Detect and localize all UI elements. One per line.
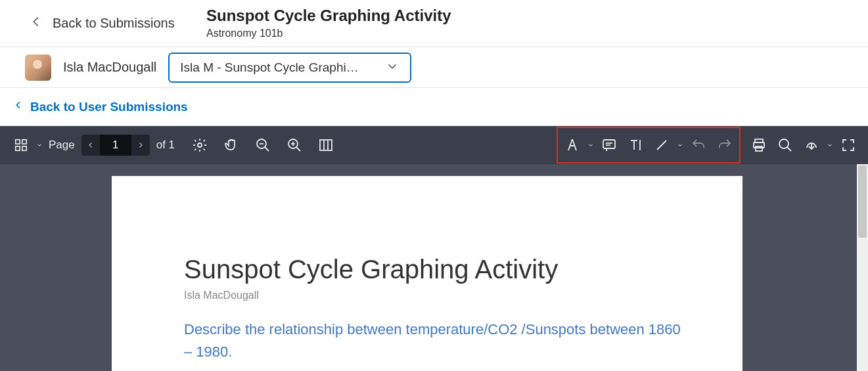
chevron-left-icon bbox=[29, 14, 43, 32]
user-name: Isla MacDougall bbox=[63, 60, 156, 75]
chevron-down-icon bbox=[385, 59, 400, 76]
document-page: Sunspot Cycle Graphing Activity Isla Mac… bbox=[112, 176, 742, 371]
grid-view-button[interactable] bbox=[8, 132, 34, 158]
annotation-tools-highlight bbox=[557, 127, 741, 164]
svg-point-25 bbox=[779, 139, 788, 148]
prev-page-button[interactable] bbox=[81, 135, 100, 156]
fullscreen-button[interactable] bbox=[835, 132, 861, 158]
page-nav bbox=[81, 135, 150, 156]
settings-button[interactable] bbox=[187, 132, 213, 158]
svg-rect-3 bbox=[22, 146, 26, 150]
svg-rect-15 bbox=[603, 140, 615, 148]
pdf-toolbar: Page of 1 bbox=[0, 126, 868, 164]
document-body: Describe the relationship between temper… bbox=[184, 318, 683, 363]
page-title: Sunspot Cycle Graphing Activity bbox=[206, 7, 868, 25]
svg-rect-1 bbox=[22, 140, 26, 144]
document-viewer[interactable]: Sunspot Cycle Graphing Activity Isla Mac… bbox=[0, 164, 868, 371]
next-page-button[interactable] bbox=[131, 135, 150, 156]
download-dropdown[interactable] bbox=[825, 142, 835, 148]
svg-rect-24 bbox=[756, 146, 762, 151]
back-to-submissions-link[interactable]: Back to Submissions bbox=[0, 0, 197, 47]
page-label: Page bbox=[49, 139, 75, 152]
comment-button[interactable] bbox=[596, 132, 622, 158]
submission-select[interactable]: Isla M - Sunspot Cycle Graphi… bbox=[168, 53, 411, 83]
svg-line-21 bbox=[657, 141, 666, 150]
page-of-label: of 1 bbox=[156, 139, 175, 152]
measure-button[interactable] bbox=[559, 132, 585, 158]
page-layout-button[interactable] bbox=[313, 132, 339, 158]
svg-rect-0 bbox=[16, 140, 20, 144]
back-label: Back to Submissions bbox=[53, 16, 175, 31]
zoom-in-button[interactable] bbox=[281, 132, 308, 158]
svg-point-4 bbox=[198, 143, 202, 147]
title-block: Sunspot Cycle Graphing Activity Astronom… bbox=[197, 0, 868, 39]
measure-dropdown[interactable] bbox=[585, 142, 596, 148]
undo-button[interactable] bbox=[685, 132, 712, 158]
line-annotation-button[interactable] bbox=[649, 132, 675, 158]
zoom-out-button[interactable] bbox=[250, 132, 276, 158]
pan-button[interactable] bbox=[218, 132, 244, 158]
search-button[interactable] bbox=[772, 132, 798, 158]
grid-view-dropdown[interactable] bbox=[34, 142, 45, 148]
svg-rect-12 bbox=[320, 140, 332, 150]
avatar bbox=[25, 55, 51, 81]
svg-rect-2 bbox=[16, 146, 20, 150]
svg-line-9 bbox=[296, 147, 300, 151]
svg-line-26 bbox=[787, 147, 791, 151]
line-annotation-dropdown[interactable] bbox=[675, 142, 685, 148]
text-annotation-button[interactable] bbox=[622, 132, 649, 158]
print-button[interactable] bbox=[746, 132, 772, 158]
svg-line-6 bbox=[265, 147, 269, 151]
submission-select-value: Isla M - Sunspot Cycle Graphi… bbox=[180, 60, 358, 75]
back-to-user-submissions-link[interactable]: Back to User Submissions bbox=[30, 100, 188, 114]
download-button[interactable] bbox=[798, 132, 825, 158]
scrollbar[interactable] bbox=[857, 164, 868, 371]
document-author: Isla MacDougall bbox=[184, 290, 683, 301]
scrollbar-thumb[interactable] bbox=[858, 165, 867, 238]
page-number-input[interactable] bbox=[100, 135, 131, 156]
page-subtitle: Astronomy 101b bbox=[206, 28, 868, 39]
document-title: Sunspot Cycle Graphing Activity bbox=[184, 255, 683, 284]
redo-button[interactable] bbox=[712, 132, 738, 158]
chevron-left-icon bbox=[13, 100, 24, 114]
